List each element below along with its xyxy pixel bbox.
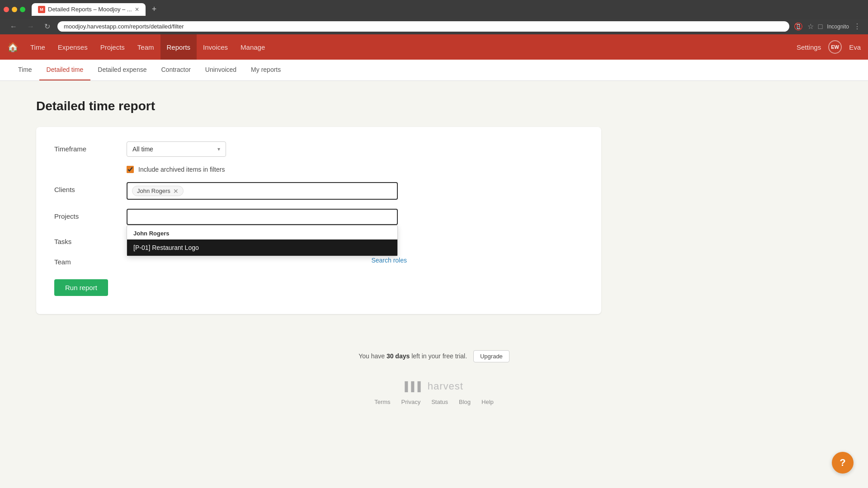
tab-uninvoiced[interactable]: Uninvoiced (198, 60, 244, 80)
archived-checkbox[interactable] (127, 166, 134, 173)
nav-projects[interactable]: Projects (94, 34, 131, 60)
footer-status[interactable]: Status (431, 399, 448, 405)
sub-nav: Time Detailed time Detailed expense Cont… (0, 60, 868, 81)
refresh-button[interactable]: ↻ (42, 21, 53, 32)
new-tab-button[interactable]: + (148, 3, 160, 16)
forward-button[interactable]: → (24, 22, 37, 32)
nav-manage[interactable]: Manage (234, 34, 271, 60)
nav-invoices[interactable]: Invoices (197, 34, 234, 60)
harvest-logo: ▌▌▌ harvest (0, 380, 868, 392)
back-button[interactable]: ← (7, 22, 20, 32)
browser-top-bar: M Detailed Reports – Moodjoy – ... ✕ + (0, 0, 868, 19)
projects-input[interactable] (127, 209, 398, 225)
tab-title: Detailed Reports – Moodjoy – ... (48, 6, 132, 13)
harvest-logo-text: harvest (428, 380, 463, 392)
user-name[interactable]: Eva (849, 43, 861, 51)
timeframe-row: Timeframe All time ▾ (54, 141, 583, 157)
url-input[interactable]: moodjoy.harvestapp.com/reports/detailed/… (57, 21, 789, 32)
incognito-badge[interactable]: Incognito (827, 23, 849, 30)
extensions-icon[interactable]: □ (818, 23, 823, 31)
timeframe-select[interactable]: All time ▾ (127, 141, 226, 157)
client-tag-label: John Rogers (137, 188, 170, 194)
tab-contractor[interactable]: Contractor (154, 60, 198, 80)
avatar[interactable]: EW (828, 40, 842, 54)
home-icon[interactable]: 🏠 (7, 42, 19, 52)
timeframe-label: Timeframe (54, 141, 127, 153)
minimize-window-btn[interactable] (12, 7, 17, 12)
window-controls (4, 7, 25, 12)
harvest-logo-icon: ▌▌▌ (405, 381, 424, 392)
filter-card: Timeframe All time ▾ Include archived it… (36, 127, 601, 314)
projects-dropdown: John Rogers [P-01] Restaurant Logo (127, 225, 398, 256)
trial-days: 30 days (387, 352, 410, 360)
timeframe-control: All time ▾ (127, 141, 398, 157)
tab-detailed-time[interactable]: Detailed time (39, 60, 91, 80)
app-nav: 🏠 Time Expenses Projects Team Reports In… (0, 34, 868, 60)
projects-control: John Rogers [P-01] Restaurant Logo (127, 209, 398, 225)
nav-reports[interactable]: Reports (160, 34, 197, 60)
run-report-button[interactable]: Run report (54, 279, 108, 296)
search-roles-link[interactable]: Search roles (371, 257, 407, 264)
trial-message-prefix: You have (359, 352, 387, 360)
archived-row: Include archived items in filters (54, 166, 583, 173)
maximize-window-btn[interactable] (20, 7, 25, 12)
main-content: Detailed time report Timeframe All time … (0, 81, 868, 332)
clients-label: Clients (54, 182, 127, 193)
team-control: Search roles (136, 257, 407, 264)
nav-expenses[interactable]: Expenses (52, 34, 94, 60)
footer-links: Terms Privacy Status Blog Help (0, 399, 868, 405)
tab-favicon: M (38, 6, 45, 13)
client-tag: John Rogers ✕ (132, 186, 184, 196)
trial-banner: You have 30 days left in your free trial… (0, 350, 868, 362)
footer-help[interactable]: Help (481, 399, 494, 405)
tab-detailed-expense[interactable]: Detailed expense (90, 60, 154, 80)
footer: ▌▌▌ harvest Terms Privacy Status Blog He… (0, 371, 868, 423)
trial-message-suffix: left in your free trial. (410, 352, 467, 360)
close-window-btn[interactable] (4, 7, 9, 12)
dropdown-group-header: John Rogers (127, 225, 397, 239)
help-button[interactable]: ? (832, 452, 854, 474)
team-label: Team (54, 254, 127, 266)
footer-privacy[interactable]: Privacy (401, 399, 421, 405)
nav-right: Settings EW Eva (797, 40, 861, 54)
address-actions: 📵 ☆ □ Incognito ⋮ (794, 22, 861, 31)
incognito-label: Incognito (827, 23, 849, 30)
upgrade-button[interactable]: Upgrade (473, 350, 509, 362)
cast-icon[interactable]: 📵 (794, 22, 803, 31)
projects-label: Projects (54, 209, 127, 220)
clients-row: Clients John Rogers ✕ (54, 182, 583, 200)
tab-close-btn[interactable]: ✕ (135, 6, 139, 13)
nav-team[interactable]: Team (131, 34, 160, 60)
client-tag-remove-btn[interactable]: ✕ (173, 188, 179, 194)
page-title: Detailed time report (36, 99, 832, 113)
timeframe-value: All time (132, 145, 153, 153)
menu-icon[interactable]: ⋮ (854, 22, 861, 31)
footer-terms[interactable]: Terms (374, 399, 390, 405)
tab-my-reports[interactable]: My reports (244, 60, 288, 80)
tasks-label: Tasks (54, 234, 127, 245)
address-bar: ← → ↻ moodjoy.harvestapp.com/reports/det… (0, 19, 868, 34)
clients-input[interactable]: John Rogers ✕ (127, 182, 398, 200)
footer-blog[interactable]: Blog (459, 399, 471, 405)
nav-time[interactable]: Time (24, 34, 52, 60)
projects-row: Projects John Rogers [P-01] Restaurant L… (54, 209, 583, 225)
settings-link[interactable]: Settings (797, 43, 821, 51)
bookmark-icon[interactable]: ☆ (807, 22, 814, 31)
chevron-down-icon: ▾ (217, 146, 220, 152)
dropdown-item-restaurant-logo[interactable]: [P-01] Restaurant Logo (127, 239, 397, 256)
tab-time[interactable]: Time (11, 60, 39, 80)
clients-control: John Rogers ✕ (127, 182, 398, 200)
active-tab[interactable]: M Detailed Reports – Moodjoy – ... ✕ (32, 3, 146, 16)
archived-label: Include archived items in filters (138, 166, 225, 173)
url-text: moodjoy.harvestapp.com/reports/detailed/… (64, 23, 783, 30)
